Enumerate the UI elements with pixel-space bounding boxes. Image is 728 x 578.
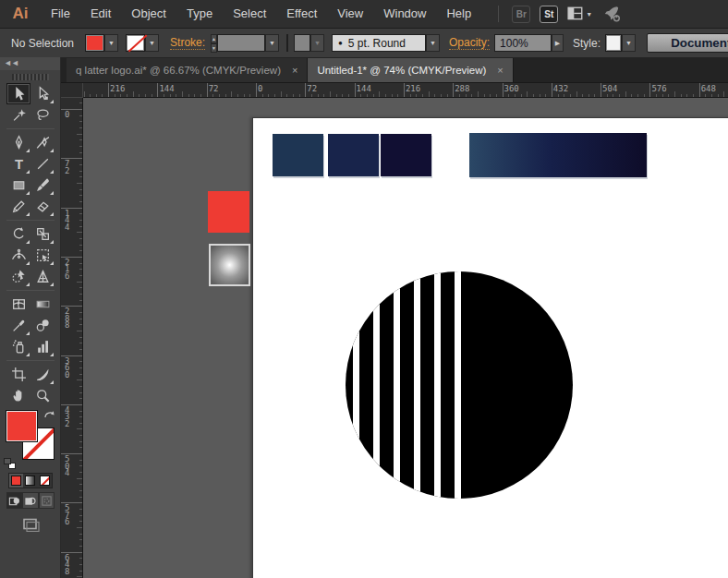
radial-gradient-square[interactable] [209,244,250,286]
slice-tool[interactable] [30,364,55,385]
ruler-tick [79,539,82,540]
workspace-switcher-button[interactable]: ▼ [567,6,592,21]
none-button[interactable] [38,474,52,488]
document-tab-1[interactable]: q latter logo.ai* @ 66.67% (CMYK/Preview… [67,58,308,82]
navy-square-1[interactable] [273,134,323,176]
opacity-field[interactable]: 100% [494,34,552,52]
menu-edit[interactable]: Edit [80,0,121,28]
menu-help[interactable]: Help [436,0,481,28]
horizontal-ruler[interactable]: 21614472072144216288360432504576648 [83,83,728,98]
stroke-color-control[interactable]: ▼ [126,34,159,52]
menu-type[interactable]: Type [176,0,223,28]
ruler-tick [194,94,195,97]
curvature-tool[interactable] [30,132,55,153]
menu-window[interactable]: Window [373,0,436,28]
step-up-icon[interactable]: ▲ [211,34,217,43]
color-button[interactable] [9,474,23,488]
eyedropper-tool[interactable] [6,315,30,336]
pen-tool[interactable] [6,132,30,153]
draw-inside-button[interactable] [39,492,55,509]
fill-dropdown-button[interactable]: ▼ [104,34,118,52]
ruler-tick [79,102,82,103]
draw-behind-button[interactable] [22,492,38,509]
style-control[interactable]: ▼ [605,34,636,52]
mesh-tool[interactable] [6,294,30,315]
line-segment-tool[interactable] [30,153,55,175]
hand-tool[interactable] [6,385,30,406]
document-setup-button[interactable]: Document S [647,33,728,53]
magic-wand-tool[interactable] [6,104,30,126]
gradient-icon [35,296,51,312]
perspective-grid-tool[interactable] [30,266,55,287]
zoom-tool[interactable] [30,385,55,406]
style-swatch[interactable] [605,34,622,52]
rectangle-tool[interactable] [6,175,30,196]
stroke-label[interactable]: Stroke: [170,36,205,50]
stroke-weight-dropdown[interactable]: ▼ [265,34,279,52]
screen-mode-button[interactable] [20,515,42,534]
opacity-panel-button[interactable]: ▶ [552,34,564,52]
document-tab-2[interactable]: Untitled-1* @ 74% (CMYK/Preview)× [308,58,513,82]
column-graph-tool[interactable] [30,336,55,357]
gradient-button[interactable] [23,474,37,488]
rotate-tool[interactable] [6,223,30,245]
bridge-button[interactable]: Br [512,6,530,23]
opacity-control[interactable]: 100% ▶ [494,34,564,52]
default-fill-stroke-button[interactable] [4,458,17,470]
style-dropdown[interactable]: ▼ [622,34,636,52]
draw-normal-button[interactable] [6,492,22,509]
gpu-performance-button[interactable] [601,6,622,22]
menu-file[interactable]: File [41,0,80,28]
striped-circle-logo[interactable] [346,271,573,499]
stroke-weight-stepper[interactable]: ▲ ▼ [211,34,217,53]
navy-square-3[interactable] [381,134,431,176]
brush-mini-dropdown[interactable]: ▼ [310,34,324,52]
menu-view[interactable]: View [327,0,373,28]
eraser-tool[interactable] [30,196,55,217]
direct-selection-tool[interactable] [30,83,55,104]
selection-tool[interactable] [6,83,30,104]
tool-group-divider [6,290,55,291]
tab-close-icon[interactable]: × [292,65,297,76]
menu-select[interactable]: Select [223,0,276,28]
fill-swatch[interactable] [85,34,104,52]
fill-color-well[interactable] [6,410,38,442]
scale-tool[interactable] [30,223,55,245]
brush-definition-combo[interactable]: ● 5 pt. Round ▼ [332,34,440,52]
red-square[interactable] [208,191,249,233]
navy-square-2[interactable] [328,134,379,176]
opacity-label[interactable]: Opacity: [449,36,490,50]
stroke-swatch-none[interactable] [126,34,145,52]
gradient-bar[interactable] [469,133,647,177]
paintbrush-tool[interactable] [30,175,55,196]
panel-collapse-button[interactable]: ◄◄ [0,57,60,70]
vertical-ruler[interactable]: 07 21 4 42 1 62 8 83 6 04 3 25 0 45 7 66… [61,98,83,578]
panel-grip[interactable] [12,74,49,80]
free-transform-tool[interactable] [30,245,55,266]
tab-close-icon[interactable]: × [497,65,503,76]
type-tool[interactable]: T [6,153,30,175]
brush-definition-dropdown[interactable]: ▼ [426,34,440,52]
symbol-sprayer-tool[interactable] [6,336,30,357]
stroke-weight-combo[interactable]: ▼ [217,34,279,52]
step-down-icon[interactable]: ▼ [211,43,217,53]
brush-swatch-control[interactable]: ▼ [294,34,324,52]
brush-mini-swatch[interactable] [294,34,310,52]
stroke-weight-field[interactable] [217,34,265,52]
canvas-pasteboard[interactable] [83,98,728,578]
artboard-tool[interactable] [6,364,30,385]
stock-button[interactable]: St [540,6,558,23]
pencil-tool[interactable] [6,196,30,217]
menu-object[interactable]: Object [121,0,176,28]
gradient-tool[interactable] [30,294,55,315]
swap-fill-stroke-button[interactable] [42,408,55,424]
menu-effect[interactable]: Effect [276,0,327,28]
width-profile-field[interactable] [286,34,288,52]
stroke-dropdown-button[interactable]: ▼ [145,34,159,52]
lasso-tool[interactable] [30,104,55,126]
blend-tool[interactable] [30,315,55,336]
shape-builder-tool[interactable] [6,266,30,287]
fill-color-control[interactable]: ▼ [85,34,118,52]
width-tool[interactable] [6,245,30,266]
ruler-corner[interactable] [61,83,83,98]
